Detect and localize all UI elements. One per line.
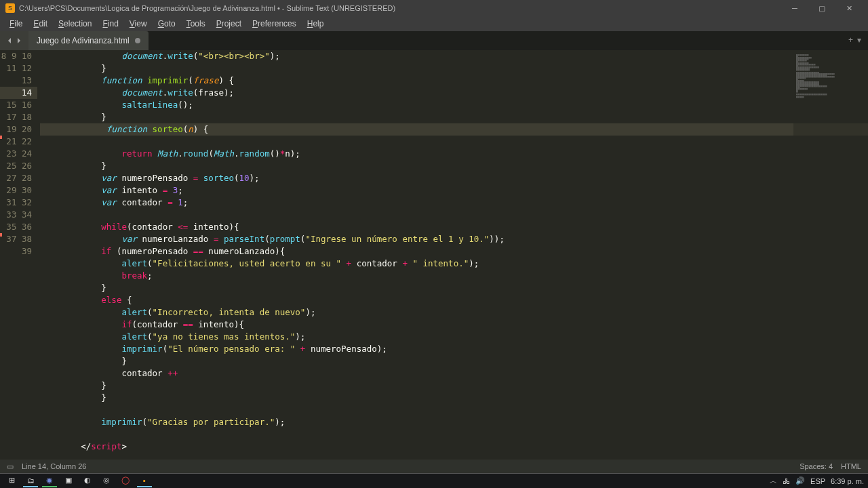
unsaved-dot-icon xyxy=(135,38,140,43)
task-steam[interactable]: ◐ xyxy=(80,475,95,487)
tray-network-icon[interactable]: 🖧 xyxy=(783,477,790,485)
tab-active[interactable]: Juego de Adivinanza.html xyxy=(28,31,149,50)
tray-clock[interactable]: 6:39 p. m. xyxy=(831,477,864,485)
task-file-explorer[interactable]: 🗂 xyxy=(23,475,38,487)
tray-language[interactable]: ESP xyxy=(810,477,825,485)
forward-icon xyxy=(16,37,22,44)
windows-taskbar: ⊞ 🗂 ◉ ▣ ◐ ◎ ◯ ▪ ︿ 🖧 🔊 ESP 6:39 p. m. xyxy=(0,473,868,488)
menu-file[interactable]: File xyxy=(4,18,28,30)
menu-project[interactable]: Project xyxy=(211,18,247,30)
menu-edit[interactable]: Edit xyxy=(28,18,53,30)
start-button[interactable]: ⊞ xyxy=(4,475,19,487)
tab-menu-button[interactable]: ▾ xyxy=(857,35,861,45)
code-editor[interactable]: document.write("<br><br><br>"); } functi… xyxy=(37,50,868,460)
tab-bar: Juego de Adivinanza.html + ▾ xyxy=(0,31,868,50)
tab-history-nav[interactable] xyxy=(0,31,28,50)
minimize-button[interactable]: ─ xyxy=(781,1,808,16)
menu-help[interactable]: Help xyxy=(302,18,330,30)
minimap[interactable]: █████████████ ██ ████████████████ ██████… xyxy=(793,50,868,460)
menu-view[interactable]: View xyxy=(124,18,153,30)
tray-volume-icon[interactable]: 🔊 xyxy=(795,476,805,485)
menu-bar: FileEditSelectionFindViewGotoToolsProjec… xyxy=(0,16,868,31)
menu-find[interactable]: Find xyxy=(97,18,123,30)
menu-selection[interactable]: Selection xyxy=(53,18,97,30)
tray-chevron-icon[interactable]: ︿ xyxy=(770,476,777,486)
line-number-gutter[interactable]: 8 9 10 11 12 13 14 15 16 17 18 19 20 21 … xyxy=(0,50,37,460)
lint-marker-icon xyxy=(0,233,2,237)
app-icon: S xyxy=(5,3,15,13)
lint-marker-icon xyxy=(0,136,2,139)
task-opera[interactable]: ◯ xyxy=(118,475,133,487)
editor-area[interactable]: 8 9 10 11 12 13 14 15 16 17 18 19 20 21 … xyxy=(0,50,868,460)
back-icon xyxy=(6,37,13,44)
status-cursor: Line 14, Column 26 xyxy=(22,462,86,470)
menu-preferences[interactable]: Preferences xyxy=(247,18,302,30)
task-chrome[interactable]: ◎ xyxy=(99,475,114,487)
window-title: C:\Users\PCS\Documents\Logica de Program… xyxy=(19,4,781,12)
task-discord[interactable]: ◉ xyxy=(42,475,57,487)
task-sublime[interactable]: ▪ xyxy=(137,475,152,487)
tab-title: Juego de Adivinanza.html xyxy=(37,36,130,45)
status-syntax[interactable]: HTML xyxy=(841,462,861,470)
task-app1[interactable]: ▣ xyxy=(61,475,76,487)
menu-tools[interactable]: Tools xyxy=(181,18,211,30)
status-bar: ▭ Line 14, Column 26 Spaces: 4 HTML xyxy=(0,460,868,473)
status-indent[interactable]: Spaces: 4 xyxy=(800,462,833,470)
menu-goto[interactable]: Goto xyxy=(153,18,181,30)
title-bar: S C:\Users\PCS\Documents\Logica de Progr… xyxy=(0,0,868,16)
new-tab-button[interactable]: + xyxy=(848,35,853,45)
maximize-button[interactable]: ▢ xyxy=(808,1,835,16)
close-button[interactable]: ✕ xyxy=(835,1,863,16)
panel-switcher-icon[interactable]: ▭ xyxy=(7,462,14,471)
